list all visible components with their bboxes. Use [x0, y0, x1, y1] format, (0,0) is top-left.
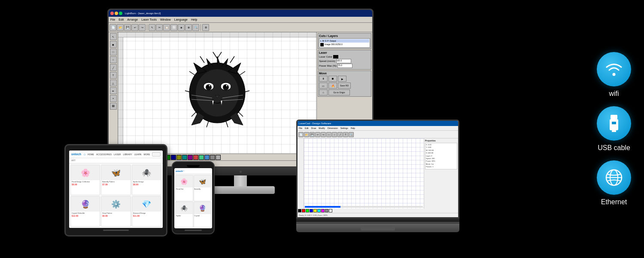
speed-input[interactable]: 100.0 — [336, 59, 351, 63]
maximize-button[interactable] — [119, 12, 122, 15]
tool-image[interactable]: 🖼 — [110, 103, 117, 110]
laptop-swatch-5[interactable] — [313, 209, 317, 212]
toolbar-save[interactable]: 💾 — [124, 24, 131, 31]
laptop-tool-10[interactable]: 🔍 — [349, 132, 354, 137]
swatch-lightgray[interactable] — [216, 155, 221, 160]
nav-laser[interactable]: LASER — [114, 153, 121, 156]
phone-product-4[interactable]: 🔮 Crystal — [194, 202, 212, 228]
pause-btn[interactable]: ⏸ — [319, 76, 328, 82]
swatch-gray[interactable] — [210, 155, 215, 160]
layer-row-1[interactable]: Image 300.0/250.0 — [320, 43, 369, 47]
laptop-tool-4[interactable]: ↩ — [315, 132, 320, 137]
swatch-olive[interactable] — [176, 155, 182, 160]
product-card-3[interactable]: 🕷️ Spider Design $8.99 — [132, 165, 161, 195]
software-menubar[interactable]: File Edit Arrange Laser Tools Window Lan… — [109, 17, 372, 23]
save-rd-btn[interactable]: Save RD — [338, 83, 351, 89]
laptop-menu-help[interactable]: Help — [351, 127, 355, 129]
minimize-button[interactable] — [115, 12, 118, 15]
tool-rect[interactable]: □ — [110, 49, 117, 55]
nav-library[interactable]: LIBRARY — [123, 153, 132, 156]
menu-help[interactable]: Help — [191, 18, 197, 21]
tool-pen[interactable]: ✒ — [110, 87, 117, 94]
tool-line[interactable]: ╱ — [110, 64, 117, 71]
toolbar-select[interactable]: ↖ — [149, 24, 155, 31]
laptop-canvas[interactable] — [304, 138, 424, 209]
product-card-2[interactable]: 🦋 Butterfly Pattern $7.99 — [101, 165, 131, 195]
fire-btn[interactable]: 🔥 — [328, 83, 337, 89]
laptop-swatch-1[interactable] — [298, 209, 301, 212]
phone-product-3[interactable]: 🕷️ Spider — [175, 202, 193, 228]
laptop-tool-6[interactable]: □ — [326, 132, 331, 137]
toolbar-open[interactable]: 📂 — [117, 24, 124, 31]
tool-polygon[interactable]: △ — [110, 80, 117, 86]
toolbar-node[interactable]: ◈ — [178, 24, 185, 31]
toolbar-redo[interactable]: ↪ — [139, 24, 146, 31]
laptop-swatch-9[interactable] — [329, 209, 332, 212]
phone-product-1[interactable]: 🌸 Floral Set — [175, 175, 193, 201]
design-canvas[interactable] — [118, 32, 316, 154]
nav-learn[interactable]: LEARN — [134, 153, 142, 156]
menu-edit[interactable]: Edit — [118, 18, 124, 21]
laptop-tool-2[interactable]: 📂 — [304, 132, 309, 137]
swatch-purple[interactable] — [188, 155, 193, 160]
product-card-5[interactable]: ⚙️ Gear Pattern $6.99 — [101, 196, 131, 227]
laser-color-swatch[interactable] — [333, 55, 338, 58]
menu-arrange[interactable]: Arrange — [127, 18, 138, 21]
swatch-teal[interactable] — [182, 155, 187, 160]
laptop-swatch-3[interactable] — [306, 209, 309, 212]
home-btn[interactable]: ⌂ — [319, 89, 328, 95]
close-button[interactable] — [110, 12, 114, 15]
menu-window[interactable]: Window — [160, 18, 171, 21]
stop-btn[interactable]: ⏹ — [328, 76, 337, 82]
nav-accessories[interactable]: ACCESSORIES — [96, 153, 112, 156]
phone-product-2[interactable]: 🦋 Butterfly — [194, 175, 212, 201]
toolbar-settings[interactable]: ⚙ — [202, 24, 209, 31]
laptop-swatch-8[interactable] — [325, 209, 328, 212]
laptop-tool-8[interactable]: ╱ — [337, 132, 343, 137]
start-btn[interactable]: ▶ — [338, 76, 346, 82]
power-input[interactable]: 75.0 — [337, 64, 352, 68]
laptop-tool-9[interactable]: T — [343, 132, 348, 137]
tablet-home-indicator[interactable] — [103, 230, 129, 231]
laptop-menu-draw[interactable]: Draw — [311, 127, 316, 129]
nav-more[interactable]: MORE — [143, 153, 150, 156]
laptop-menu-file[interactable]: File — [299, 127, 302, 129]
tool-node[interactable]: ◆ — [110, 41, 117, 48]
tablet-screen[interactable]: ontech ⬡ HOME ACCESSORIES LASER LIBRARY … — [69, 150, 163, 228]
laptop-tool-1[interactable]: 📄 — [298, 132, 304, 137]
toolbar-undo[interactable]: ↩ — [131, 24, 138, 31]
origin-btn[interactable]: Go to Origin — [328, 89, 350, 95]
toolbar-new[interactable]: 📄 — [109, 24, 116, 31]
product-card-1[interactable]: 🌸 Floral Design Collection $9.99 — [70, 165, 100, 195]
laptop-tool-7[interactable]: ○ — [332, 132, 337, 137]
tool-text[interactable]: T — [110, 72, 117, 79]
menu-language[interactable]: Language — [174, 18, 188, 21]
laptop-menu-modify[interactable]: Modify — [319, 127, 325, 129]
laptop-swatch-2[interactable] — [302, 209, 305, 212]
menu-file[interactable]: File — [110, 18, 115, 21]
frame-btn[interactable]: ▭ — [319, 83, 328, 89]
swatch-skyblue[interactable] — [204, 155, 210, 160]
nav-home[interactable]: HOME — [88, 153, 94, 156]
laptop-menu-settings[interactable]: Settings — [340, 127, 348, 129]
laptop-swatch-4[interactable] — [310, 209, 313, 212]
phone-screen[interactable]: ontech ⬡ 🌸 Floral Set 🦋 Butterfly — [174, 168, 212, 228]
phone-home-bar[interactable] — [185, 230, 202, 231]
swatch-pink[interactable] — [193, 155, 198, 160]
tool-circle[interactable]: ○ — [110, 56, 117, 63]
product-card-4[interactable]: 🔮 Crystal Globe Art $12.99 — [70, 196, 100, 227]
laptop-menubar[interactable]: File Edit Draw Modify Dimension Settings… — [298, 126, 458, 131]
toolbar-copy[interactable]: 📋 — [163, 24, 170, 31]
menu-laser[interactable]: Laser Tools — [141, 18, 157, 21]
product-card-6[interactable]: 💎 Diamond Design $11.99 — [132, 196, 161, 227]
tool-pointer[interactable]: ↖ — [110, 33, 117, 40]
laptop-touchpad[interactable] — [361, 225, 395, 230]
laptop-swatch-6[interactable] — [317, 209, 321, 212]
laptop-tool-3[interactable]: 💾 — [310, 132, 315, 137]
laptop-menu-dimension[interactable]: Dimension — [328, 127, 338, 129]
tablet-search-input[interactable] — [152, 152, 161, 157]
toolbar-zoom[interactable]: 🔍 — [192, 24, 199, 31]
swatch-darkblue[interactable] — [171, 155, 176, 160]
laptop-menu-edit[interactable]: Edit — [305, 127, 309, 129]
layers-list[interactable]: LMSPOutput Image 300.0/250.0 — [319, 38, 370, 48]
